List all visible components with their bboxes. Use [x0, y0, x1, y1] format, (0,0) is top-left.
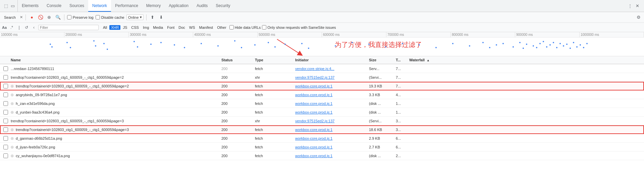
search-button[interactable]: 🔍: [55, 14, 61, 21]
filter-type-xhr[interactable]: XHR: [109, 25, 120, 30]
table-row[interactable]: ◎d_yunbei-9aa3c436a4.png200fetchworkbox-…: [0, 108, 644, 117]
row-checkbox[interactable]: [3, 66, 8, 71]
filter-button[interactable]: ⊕: [46, 14, 53, 21]
more-icon[interactable]: ⋮: [627, 3, 633, 9]
cell-name: ◎h_zan-e3d1e596da.png: [0, 101, 221, 106]
row-checkbox[interactable]: [3, 92, 8, 97]
filter-type-img[interactable]: Img: [141, 25, 151, 30]
settings-button[interactable]: ⚙: [635, 14, 642, 21]
cell-initiator[interactable]: workbox-core.prod.js:1: [295, 84, 369, 88]
row-checkbox[interactable]: [3, 127, 8, 132]
preserve-log-checkbox[interactable]: [67, 15, 71, 19]
cell-initiator[interactable]: workbox-core.prod.js:1: [295, 145, 369, 149]
regex-icon[interactable]: .*: [9, 24, 15, 30]
cell-initiator[interactable]: vendor.core.stripe.js:4...: [295, 67, 369, 71]
only-samesite-label[interactable]: Only show requests with SameSite issues: [262, 25, 336, 29]
tab-console[interactable]: Console: [43, 0, 65, 12]
row-circle-icon: ◎: [11, 102, 14, 105]
cell-initiator[interactable]: workbox-core.prod.js:1: [295, 136, 369, 140]
row-checkbox[interactable]: [3, 145, 8, 149]
header-name[interactable]: Name: [0, 58, 221, 62]
table-row[interactable]: ◎d_ganmao-d66b25d11a.png200fetchworkbox-…: [0, 134, 644, 143]
tab-performance[interactable]: Performance: [111, 0, 142, 12]
record-button[interactable]: ●: [29, 14, 35, 21]
header-waterfall[interactable]: Waterfall ▲: [409, 58, 644, 62]
cell-size: Serv...: [369, 67, 396, 71]
row-checkbox[interactable]: [3, 153, 8, 158]
table-row[interactable]: ◎h_zan-e3d1e596da.png200fetchworkbox-cor…: [0, 99, 644, 108]
hide-data-urls-checkbox[interactable]: [229, 25, 234, 29]
upload-icon[interactable]: ⬆: [149, 14, 156, 21]
header-time[interactable]: T...: [396, 58, 409, 62]
tab-memory[interactable]: Memory: [142, 0, 165, 12]
tab-sources[interactable]: Sources: [65, 0, 88, 12]
filter-type-all[interactable]: All: [101, 25, 109, 30]
tab-audits[interactable]: Audits: [193, 0, 212, 12]
cell-initiator[interactable]: workbox-core.prod.js:1: [295, 128, 369, 132]
close-devtools-icon[interactable]: ✕: [635, 3, 640, 9]
search-close[interactable]: ✕: [20, 15, 23, 19]
cell-initiator[interactable]: workbox-core.prod.js:1: [295, 154, 369, 158]
refresh-icon[interactable]: ↺: [23, 24, 30, 30]
row-checkbox[interactable]: [3, 119, 8, 123]
aa-icon[interactable]: Aa: [1, 24, 7, 30]
tab-application[interactable]: Application: [165, 0, 193, 12]
cell-initiator[interactable]: workbox-core.prod.js:1: [295, 110, 369, 114]
filter-type-js[interactable]: JS: [121, 25, 129, 30]
filter-type-font[interactable]: Font: [165, 25, 176, 30]
timeline-tick: 400000 ms: [193, 32, 258, 37]
table-body: ...nredaxr-1234567890111200fetchvendor.c…: [0, 64, 644, 168]
filter-type-other[interactable]: Other: [215, 25, 228, 30]
disable-cache-checkbox[interactable]: [96, 15, 100, 19]
online-select[interactable]: Online ▾: [126, 14, 144, 20]
only-samesite-checkbox[interactable]: [262, 25, 266, 29]
preserve-log-label[interactable]: Preserve log: [67, 15, 94, 19]
cell-status: 200: [221, 102, 255, 106]
download-icon[interactable]: ⬇: [158, 14, 165, 21]
timeline-body: 为了方便，我直接选择过滤了: [0, 38, 644, 56]
tab-security[interactable]: Security: [212, 0, 234, 12]
inspect-icon[interactable]: ⬚: [3, 3, 9, 9]
header-size[interactable]: Size: [369, 58, 396, 62]
row-circle-icon: ◎: [11, 128, 14, 131]
table-row[interactable]: ◎d_jiyan-feeb0a726c.png200fetchworkbox-c…: [0, 143, 644, 151]
filter-type-ws[interactable]: WS: [187, 25, 197, 30]
cell-initiator[interactable]: vendor.97515ed2.js:137: [295, 75, 369, 79]
tab-network[interactable]: Network: [88, 0, 111, 12]
filter-type-manifest[interactable]: Manifest: [198, 25, 215, 30]
row-checkbox[interactable]: [3, 110, 8, 115]
filter-type-doc[interactable]: Doc: [177, 25, 187, 30]
tab-elements[interactable]: Elements: [18, 0, 43, 12]
filter-input[interactable]: [38, 25, 99, 30]
row-checkbox[interactable]: [3, 136, 8, 141]
cell-initiator[interactable]: vendor.97515ed2.js:137: [295, 119, 369, 123]
table-row[interactable]: ◎trendtop?containerid=102803_ctg1_600059…: [0, 82, 644, 90]
row-checkbox[interactable]: [3, 75, 8, 80]
search-tab[interactable]: Search: [2, 15, 18, 19]
preserve-log-text: Preserve log: [73, 15, 94, 19]
table-row[interactable]: trendtop?containerid=102803_ctg1_600059_…: [0, 73, 644, 82]
hide-data-urls-label[interactable]: Hide data URLs: [229, 25, 261, 29]
filter-type-media[interactable]: Media: [151, 25, 165, 30]
device-icon[interactable]: ▭: [10, 3, 15, 9]
table-row[interactable]: ◎trendtop?containerid=102803_ctg1_600059…: [0, 125, 644, 134]
cell-status: 200: [221, 75, 255, 79]
header-initiator[interactable]: Initiator: [295, 58, 369, 62]
disable-cache-label[interactable]: Disable cache: [96, 15, 124, 19]
row-checkbox[interactable]: [3, 101, 8, 106]
cell-initiator[interactable]: workbox-core.prod.js:1: [295, 93, 369, 97]
cell-initiator[interactable]: workbox-core.prod.js:1: [295, 102, 369, 106]
header-status[interactable]: Status: [221, 58, 255, 62]
header-type[interactable]: Type: [255, 58, 295, 62]
clear-button[interactable]: 🚫: [37, 14, 44, 21]
toolbar: Search ✕ ● 🚫 ⊕ 🔍 Preserve log Disable ca…: [0, 12, 644, 23]
row-checkbox[interactable]: [3, 84, 8, 88]
table-row[interactable]: trendtop?containerid=102803_ctg1_600059_…: [0, 117, 644, 125]
timeline-tick: 800000 ms: [451, 32, 515, 37]
back-icon[interactable]: ‹: [31, 24, 37, 30]
table-row[interactable]: ◎angrybirds_09-9f728a11e7.png200fetchwor…: [0, 90, 644, 99]
row-name-text: cy_wuhanjiayou-0e0df8741a.png: [16, 154, 70, 158]
table-row[interactable]: ◎cy_wuhanjiayou-0e0df8741a.png200fetchwo…: [0, 151, 644, 160]
filter-type-css[interactable]: CSS: [129, 25, 141, 30]
table-row[interactable]: ...nredaxr-1234567890111200fetchvendor.c…: [0, 64, 644, 73]
